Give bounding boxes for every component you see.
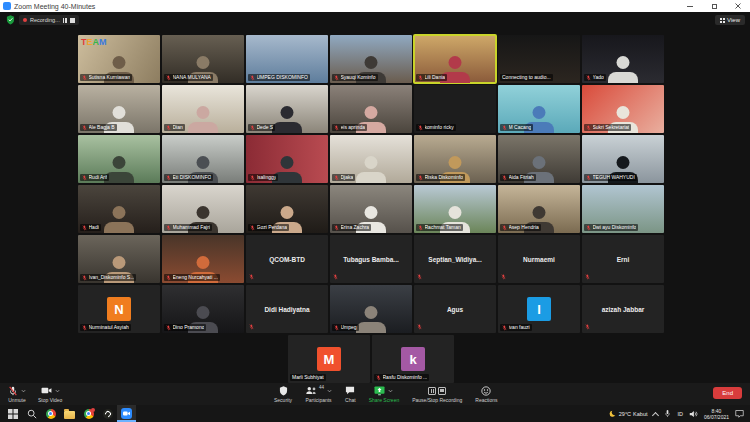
end-meeting-button[interactable]: End (713, 387, 742, 399)
participants-button[interactable]: 44 Participants (305, 386, 332, 403)
zoom-taskbar-icon[interactable] (117, 405, 136, 422)
search-button[interactable] (22, 405, 41, 422)
participant-tile[interactable]: Asep Hendria (498, 185, 580, 233)
participant-tile[interactable]: Aida Fitriah (498, 135, 580, 183)
participant-name: Eti DISKOMINFO (173, 174, 212, 181)
person-silhouette-head (281, 106, 294, 119)
system-tray: 29°C Kabut ID 8:40 06/07/2021 (609, 408, 747, 420)
participant-tile[interactable]: Ivan_Diskominfo S... (78, 235, 160, 283)
stop-icon[interactable] (438, 387, 446, 395)
reactions-button[interactable]: Reactions (475, 386, 497, 403)
participant-tile[interactable]: kominfo ricky (414, 85, 496, 133)
participant-tile[interactable]: Nurmaemi (498, 235, 580, 283)
participant-tile[interactable]: Dian (162, 85, 244, 133)
language-indicator[interactable]: ID (677, 411, 683, 417)
participant-tile[interactable]: Septian_Widiya... (414, 235, 496, 283)
participant-tile[interactable]: Ale Bagja B (78, 85, 160, 133)
participant-tile[interactable]: Agus (414, 285, 496, 333)
hidden-icons-chevron[interactable] (653, 411, 658, 416)
unmute-options-caret[interactable] (21, 389, 26, 393)
participant-tile[interactable]: Dede S (246, 85, 328, 133)
view-button[interactable]: View (715, 15, 745, 25)
person-silhouette-head (197, 156, 210, 169)
participant-tile[interactable]: Syauqi Kominfo (330, 35, 412, 83)
muted-mic-icon (82, 225, 87, 231)
muted-mic-icon (82, 275, 87, 281)
share-screen-button[interactable]: Share Screen (369, 386, 400, 403)
security-shield-icon (279, 386, 288, 396)
participant-tile[interactable]: Yado (582, 35, 664, 83)
obs-taskbar-icon[interactable] (98, 405, 117, 422)
muted-mic-icon (166, 75, 171, 81)
chat-button[interactable]: Chat (345, 386, 356, 403)
participant-tile[interactable]: TEGUH WAHYUDI (582, 135, 664, 183)
participant-tile[interactable]: Dwi ayu Diskominfo (582, 185, 664, 233)
participants-caret[interactable] (327, 389, 332, 393)
weather-widget[interactable]: 29°C Kabut (609, 410, 648, 418)
encryption-shield-icon[interactable] (6, 15, 15, 25)
participant-tile[interactable]: Connecting to audio... (498, 35, 580, 83)
participant-tile[interactable]: eis aprinda (330, 85, 412, 133)
security-button[interactable]: Security (274, 386, 292, 403)
participant-tile[interactable]: Erina Zachra (330, 185, 412, 233)
participant-tile[interactable]: Eti DISKOMINFO (162, 135, 244, 183)
muted-mic-icon (334, 325, 339, 331)
participant-tile[interactable]: Muhammad Fajri (162, 185, 244, 233)
stop-recording-icon[interactable] (70, 18, 75, 23)
participant-row: Ale Bagja BDianDede Seis aprindakominfo … (78, 85, 664, 133)
windows-taskbar: 29°C Kabut ID 8:40 06/07/2021 (0, 405, 750, 422)
participant-tile[interactable]: Riska Diskominfo (414, 135, 496, 183)
participant-tile[interactable]: Djaka (330, 135, 412, 183)
share-caret[interactable] (388, 389, 393, 393)
participant-tile[interactable]: Dino Pramono (162, 285, 244, 333)
participant-tile[interactable]: M Cacang (498, 85, 580, 133)
participant-tile[interactable]: Sukri Sekretariat (582, 85, 664, 133)
clock-widget[interactable]: 8:40 06/07/2021 (704, 408, 729, 420)
muted-mic-icon (334, 75, 339, 81)
pause-recording-icon[interactable] (63, 18, 67, 23)
view-label: View (727, 17, 740, 23)
participant-tile[interactable]: Lili Dania (414, 35, 496, 83)
muted-mic-icon (586, 75, 591, 81)
participant-tile[interactable]: QCOM-BTD (246, 235, 328, 283)
file-explorer-taskbar-icon[interactable] (60, 405, 79, 422)
participant-tile[interactable]: Rachmat Taman (414, 185, 496, 233)
participant-tile[interactable]: Umpeg (330, 285, 412, 333)
stop-video-button[interactable]: Stop Video (38, 386, 62, 403)
share-screen-label: Share Screen (369, 397, 400, 403)
participant-tile[interactable]: Didi Hadiyatna (246, 285, 328, 333)
participant-tile[interactable]: Rudi Arif (78, 135, 160, 183)
participant-name-label: Ivan_Diskominfo S... (80, 274, 136, 281)
tray-mic-icon[interactable] (664, 409, 671, 418)
participant-tile[interactable]: Gozi Perdana (246, 185, 328, 233)
speaker-icon[interactable] (689, 410, 698, 418)
notification-badge (91, 408, 95, 412)
pause-stop-recording-button[interactable]: Pause/Stop Recording (412, 386, 462, 403)
maximize-button[interactable] (702, 0, 726, 12)
participant-tile[interactable]: azizah Jabbar (582, 285, 664, 333)
participant-name: Didi Hadiyatna (246, 285, 328, 333)
participant-tile[interactable]: NANA MULYANA (162, 35, 244, 83)
pause-icon[interactable] (428, 387, 436, 395)
participant-tile[interactable]: TEAMSutisna Kurniawan (78, 35, 160, 83)
video-options-caret[interactable] (55, 389, 60, 393)
participant-tile[interactable]: Eneng Nurcahyati ... (162, 235, 244, 283)
participant-tile[interactable]: UMPEG DISKOMINFO (246, 35, 328, 83)
action-center-icon[interactable] (735, 409, 744, 418)
participant-tile[interactable]: Erni (582, 235, 664, 283)
minimize-button[interactable] (678, 0, 702, 12)
participant-name: Isalinggy (257, 174, 277, 181)
unmute-button[interactable]: Unmute (8, 386, 26, 403)
close-button[interactable] (726, 0, 750, 12)
start-button[interactable] (3, 405, 22, 422)
participant-tile[interactable]: Tubagus Bamba... (330, 235, 412, 283)
chrome-notification-taskbar-icon[interactable] (79, 405, 98, 422)
participant-tile[interactable]: Hadi (78, 185, 160, 233)
participant-name: ivan fauzi (509, 324, 530, 331)
participant-tile[interactable]: Iivan fauzi (498, 285, 580, 333)
participant-tile[interactable]: kRasfu Diskominfo ... (372, 335, 454, 383)
participant-tile[interactable]: Isalinggy (246, 135, 328, 183)
participant-tile[interactable]: NNurminatul Asyiah (78, 285, 160, 333)
chrome-taskbar-icon[interactable] (41, 405, 60, 422)
participant-tile[interactable]: MMarli Subhiyat (288, 335, 370, 383)
